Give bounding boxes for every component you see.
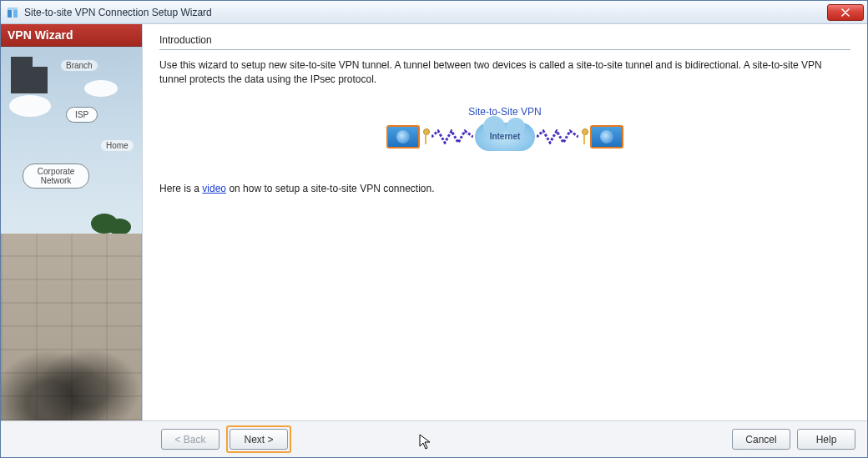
internet-label: Internet <box>490 132 521 141</box>
home-label: Home <box>101 140 134 151</box>
window-title: Site-to-site VPN Connection Setup Wizard <box>24 7 827 18</box>
router-left-icon <box>386 125 420 148</box>
help-button[interactable]: Help <box>797 429 855 450</box>
diagram-title: Site-to-Site VPN <box>468 106 541 118</box>
app-icon <box>6 6 19 19</box>
corporate-label: Corporate Network <box>23 164 89 189</box>
button-bar: < Back Next > Cancel Help <box>1 420 867 457</box>
back-button[interactable]: < Back <box>161 429 220 450</box>
divider <box>159 49 850 50</box>
body-area: VPN Wizard Branch ISP Home Corporate Net… <box>1 24 867 420</box>
titlebar: Site-to-site VPN Connection Setup Wizard <box>1 1 867 24</box>
tunnel-left-icon <box>431 129 473 144</box>
next-button[interactable]: Next > <box>230 429 288 450</box>
key-right-icon <box>580 128 588 145</box>
tunnel-right-icon <box>537 129 578 144</box>
video-line: Here is a video on how to setup a site-t… <box>159 183 850 194</box>
close-button[interactable] <box>827 4 864 21</box>
key-left-icon <box>421 128 430 145</box>
video-link[interactable]: video <box>202 183 226 194</box>
content-panel: Introduction Use this wizard to setup ne… <box>143 24 867 420</box>
sidebar-header: VPN Wizard <box>1 24 142 47</box>
video-suffix: on how to setup a site-to-site VPN conne… <box>226 183 434 194</box>
vpn-diagram: Site-to-Site VPN Internet <box>159 106 850 151</box>
wizard-window: Site-to-site VPN Connection Setup Wizard… <box>0 0 868 458</box>
video-prefix: Here is a <box>159 183 202 194</box>
router-right-icon <box>590 125 623 148</box>
sidebar-illustration: Branch ISP Home Corporate Network <box>1 47 142 420</box>
close-icon <box>841 8 850 17</box>
section-heading: Introduction <box>159 34 850 46</box>
isp-label: ISP <box>66 107 98 123</box>
intro-text: Use this wizard to setup new site-to-sit… <box>159 58 850 88</box>
sidebar: VPN Wizard Branch ISP Home Corporate Net… <box>1 24 143 420</box>
branch-label: Branch <box>61 60 98 71</box>
cancel-button[interactable]: Cancel <box>732 429 790 450</box>
internet-cloud-icon: Internet <box>475 123 535 151</box>
svg-rect-2 <box>8 8 18 10</box>
next-highlight: Next > <box>226 425 291 453</box>
